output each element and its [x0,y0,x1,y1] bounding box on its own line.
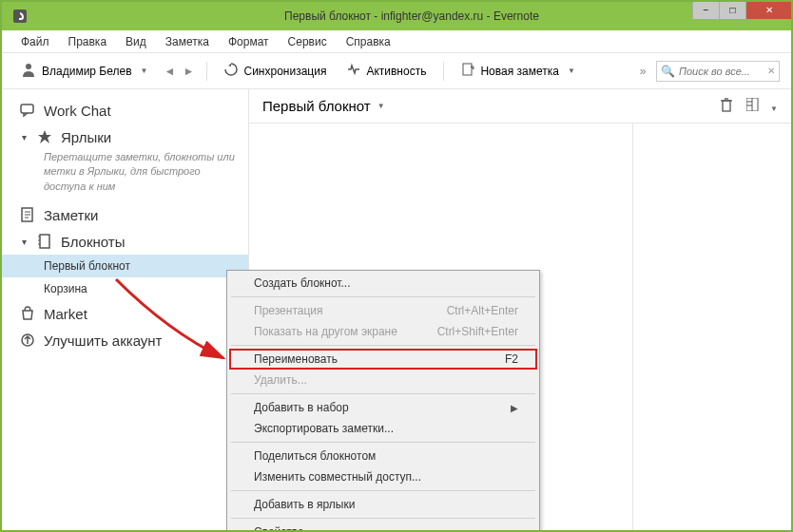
nav-forward-button[interactable]: ► [180,63,197,80]
sync-label: Синхронизация [243,65,326,78]
context-menu-shortcut: Ctrl+Alt+Enter [447,304,518,317]
activity-label: Активность [366,65,426,78]
context-menu-separator [231,345,535,346]
search-clear-icon[interactable]: ✕ [767,66,775,76]
svg-rect-12 [723,101,730,111]
maximize-button[interactable]: □ [719,0,745,19]
search-input[interactable] [679,66,755,77]
context-menu-item: ПрезентацияCtrl+Alt+Enter [229,300,537,321]
chevron-down-icon: ▼ [141,66,148,75]
menu-tools[interactable]: Сервис [279,35,337,48]
sidebar: Work Chat ▾ Ярлыки Перетащите заметки, б… [2,89,249,530]
context-menu-shortcut: F2 [505,352,518,366]
context-menu-label: Презентация [254,304,323,317]
upgrade-icon [19,332,36,349]
shortcuts-hint: Перетащите заметки, блокноты или метки в… [2,150,248,201]
notebook-icon [36,233,53,250]
context-menu-separator [231,442,535,443]
chevron-down-icon: ▼ [568,66,575,75]
activity-button[interactable]: Активность [339,60,434,82]
collapse-icon[interactable]: ▾ [19,132,29,142]
context-menu-label: Переименовать [254,352,338,366]
sync-button[interactable]: Синхронизация [217,60,334,82]
context-menu-item[interactable]: ПереименоватьF2 [229,349,537,370]
chevron-down-icon: ▼ [770,104,778,113]
search-icon: 🔍 [661,65,675,78]
sidebar-market-label: Market [44,306,87,322]
menu-file[interactable]: Файл [11,35,59,48]
toolbar-overflow-button[interactable]: » [635,65,650,78]
minimize-button[interactable]: − [692,0,719,19]
note-icon [19,206,36,223]
sidebar-notes-label: Заметки [44,207,98,223]
context-menu-item[interactable]: Добавить в набор▶ [229,397,537,418]
user-name: Владимир Белев [42,65,132,78]
menubar: Файл Правка Вид Заметка Формат Сервис Сп… [2,30,791,53]
context-menu-label: Поделиться блокнотом [254,449,376,463]
collapse-icon[interactable]: ▾ [19,237,29,247]
sidebar-notebook-item[interactable]: Первый блокнот [2,255,248,277]
context-menu-item: Показать на другом экранеCtrl+Shift+Ente… [229,321,537,342]
context-menu-label: Изменить совместный доступ... [254,470,421,484]
nav-back-button[interactable]: ◄ [161,63,178,80]
context-menu-separator [231,296,535,297]
menu-edit[interactable]: Правка [59,35,117,48]
notebook-title[interactable]: Первый блокнот [262,98,371,114]
user-button[interactable]: Владимир Белев ▼ [13,59,155,83]
sidebar-workchat[interactable]: Work Chat [2,97,248,124]
view-toggle-button[interactable]: ▼ [746,98,778,114]
new-note-icon [461,63,474,79]
activity-icon [347,63,360,79]
context-menu-label: Добавить в ярлыки [254,498,355,511]
sidebar-notebook-label: Первый блокнот [44,259,130,273]
avatar-icon [21,62,36,80]
context-menu-item[interactable]: Изменить совместный доступ... [229,466,537,487]
svg-rect-1 [463,64,472,75]
sync-icon [224,63,238,79]
separator [443,62,444,81]
close-button[interactable]: ✕ [745,0,791,19]
context-menu-label: Свойства [254,525,304,532]
sidebar-shortcuts[interactable]: ▾ Ярлыки [2,124,248,150]
context-menu-item[interactable]: Создать блокнот... [229,273,537,294]
menu-note[interactable]: Заметка [156,35,219,48]
context-menu-item[interactable]: Добавить в ярлыки [229,494,537,515]
svg-point-0 [26,64,31,69]
content-header: Первый блокнот ▼ ▼ [249,89,791,124]
menu-view[interactable]: Вид [116,35,156,48]
context-menu-label: Создать блокнот... [254,276,351,290]
toolbar: Владимир Белев ▼ ◄ ► Синхронизация Актив… [2,53,791,89]
menu-format[interactable]: Формат [219,35,279,48]
chat-icon [19,102,36,119]
context-menu-item[interactable]: Поделиться блокнотом [229,446,537,466]
trash-icon[interactable] [720,97,733,115]
context-menu-label: Добавить в набор [254,401,349,414]
context-menu-separator [231,393,535,394]
titlebar: Первый блокнот - infighter@yandex.ru - E… [2,2,791,30]
menu-help[interactable]: Справка [337,35,400,48]
context-menu-label: Экспортировать заметки... [254,422,394,435]
search-box[interactable]: 🔍 ✕ [656,61,780,82]
svg-rect-7 [40,235,49,248]
sidebar-notebooks[interactable]: ▾ Блокноты [2,228,248,255]
sidebar-upgrade[interactable]: Улучшить аккаунт [2,327,248,353]
sidebar-notebooks-label: Блокноты [61,234,125,250]
context-menu-label: Показать на другом экране [254,325,397,338]
sidebar-market[interactable]: Market [2,300,248,327]
sidebar-trash-item[interactable]: Корзина [2,277,248,300]
star-icon [36,128,53,145]
app-logo-icon [8,4,32,28]
context-menu-item[interactable]: Свойства [229,522,537,532]
submenu-arrow-icon: ▶ [511,403,518,413]
context-menu-shortcut: Ctrl+Shift+Enter [437,325,518,338]
svg-rect-2 [21,104,33,113]
new-note-button[interactable]: Новая заметка ▼ [454,60,582,82]
sidebar-notes[interactable]: Заметки [2,201,248,228]
context-menu: Создать блокнот...ПрезентацияCtrl+Alt+En… [226,270,540,532]
context-menu-label: Удалить... [254,373,307,387]
window-title: Первый блокнот - infighter@yandex.ru - E… [32,10,791,23]
chevron-down-icon[interactable]: ▼ [377,102,385,110]
context-menu-separator [231,490,535,491]
sidebar-shortcuts-label: Ярлыки [61,129,111,145]
context-menu-item[interactable]: Экспортировать заметки... [229,418,537,439]
